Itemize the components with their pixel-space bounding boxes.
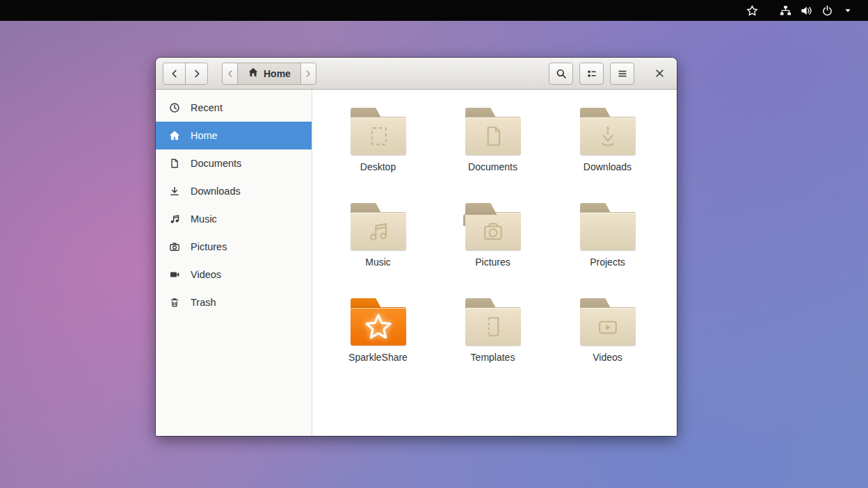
sidebar-item-label: Pictures — [191, 241, 227, 252]
desktop-emblem-icon — [348, 119, 408, 154]
folder-desktop[interactable]: Desktop — [333, 106, 424, 202]
sidebar-item-label: Documents — [191, 158, 241, 169]
power-icon[interactable] — [817, 0, 837, 21]
sidebar-item-label: Videos — [191, 269, 221, 280]
folder-pictures[interactable]: Pictures — [448, 202, 538, 297]
sidebar-item-label: Recent — [191, 102, 223, 113]
path-home-button[interactable]: Home — [237, 63, 301, 85]
download-icon — [169, 186, 180, 197]
path-scroll-left-button[interactable] — [222, 63, 238, 85]
folder-icon — [463, 298, 523, 345]
folder-icon — [463, 203, 523, 250]
sidebar-item-documents[interactable]: Documents — [156, 149, 312, 177]
icon-grid: Desktop Documents — [321, 106, 677, 392]
home-icon — [248, 67, 259, 80]
file-label: Projects — [590, 257, 625, 268]
camera-icon — [169, 241, 180, 252]
sidebar-item-label: Home — [191, 130, 218, 141]
folder-icon — [348, 298, 408, 345]
sidebar: Recent Home Documents — [156, 90, 312, 436]
music-icon — [169, 213, 180, 225]
nav-button-group — [163, 63, 208, 85]
camera-emblem-icon — [463, 214, 523, 249]
sidebar-item-trash[interactable]: Trash — [156, 288, 312, 316]
back-button[interactable] — [163, 63, 186, 85]
template-emblem-icon — [463, 309, 523, 344]
network-icon[interactable] — [775, 0, 796, 21]
file-label: Desktop — [360, 161, 396, 172]
sidebar-item-label: Music — [191, 213, 217, 225]
menu-button[interactable] — [610, 63, 634, 85]
folder-templates[interactable]: Templates — [448, 297, 538, 392]
header-bar: Home — [156, 58, 677, 90]
search-button[interactable] — [549, 63, 573, 85]
file-view: Desktop Documents — [312, 90, 677, 436]
file-label: Downloads — [584, 161, 632, 172]
home-icon — [169, 130, 180, 141]
sidebar-item-home[interactable]: Home — [156, 122, 312, 149]
view-toggle-button[interactable] — [579, 63, 604, 85]
star-emblem-icon — [348, 309, 408, 344]
document-icon — [169, 158, 180, 169]
folder-videos[interactable]: Videos — [563, 297, 653, 392]
favorites-star-icon[interactable] — [741, 0, 762, 21]
header-right-controls — [549, 63, 670, 85]
folder-icon — [348, 108, 408, 155]
sidebar-item-videos[interactable]: Videos — [156, 261, 312, 288]
file-label: Videos — [593, 352, 622, 363]
top-bar — [0, 0, 868, 21]
document-emblem-icon — [463, 119, 523, 154]
download-emblem-icon — [578, 119, 638, 154]
path-label: Home — [264, 68, 291, 79]
window-body: Recent Home Documents — [156, 90, 677, 436]
volume-icon[interactable] — [796, 0, 817, 21]
caret-down-icon[interactable] — [837, 0, 858, 21]
folder-downloads[interactable]: Downloads — [563, 106, 653, 202]
sidebar-item-pictures[interactable]: Pictures — [156, 233, 312, 261]
folder-icon — [463, 108, 523, 155]
path-scroll-right-button[interactable] — [300, 63, 316, 85]
window-close-button[interactable] — [649, 63, 670, 84]
sidebar-item-label: Trash — [191, 297, 216, 308]
file-label: Music — [365, 257, 391, 268]
video-icon — [169, 269, 180, 280]
sidebar-item-downloads[interactable]: Downloads — [156, 177, 312, 205]
file-label: Templates — [471, 352, 515, 363]
trash-icon — [169, 297, 180, 308]
folder-music[interactable]: Music — [333, 202, 424, 297]
clock-icon — [169, 102, 180, 113]
sidebar-item-label: Downloads — [191, 186, 241, 197]
folder-documents[interactable]: Documents — [448, 106, 538, 202]
folder-icon — [578, 108, 638, 155]
file-label: Pictures — [475, 257, 511, 268]
file-label: SparkleShare — [348, 352, 408, 363]
file-label: Documents — [468, 161, 517, 172]
folder-icon — [348, 203, 408, 250]
video-emblem-icon — [578, 309, 638, 344]
folder-projects[interactable]: Projects — [563, 202, 653, 297]
folder-icon — [578, 203, 638, 250]
sidebar-item-music[interactable]: Music — [156, 205, 312, 233]
folder-sparkleshare[interactable]: SparkleShare — [333, 297, 424, 392]
file-manager-window: Home — [156, 58, 677, 436]
folder-icon — [578, 298, 638, 345]
path-bar: Home — [222, 63, 316, 85]
forward-button[interactable] — [185, 63, 208, 85]
music-emblem-icon — [348, 214, 408, 249]
sidebar-item-recent[interactable]: Recent — [156, 94, 312, 122]
